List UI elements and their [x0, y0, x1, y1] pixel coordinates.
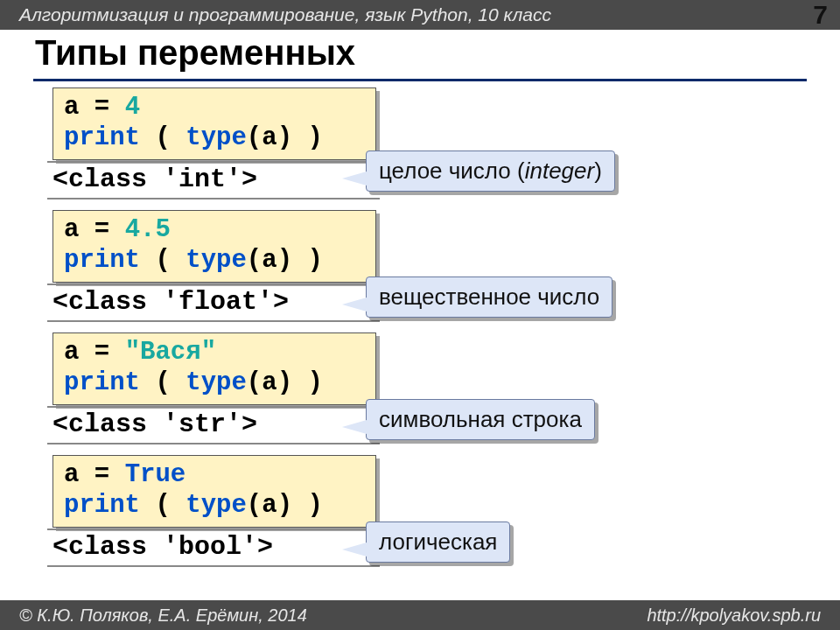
code-box-bool: a = True print ( type(a) ) — [52, 455, 376, 528]
code-token: type — [186, 368, 247, 397]
footer-copyright: © К.Ю. Поляков, Е.А. Ерёмин, 2014 — [19, 606, 307, 626]
code-token: type — [186, 123, 247, 152]
code-token: a — [64, 93, 79, 122]
code-token: type — [186, 491, 247, 520]
callout-pointer — [342, 172, 367, 186]
code-token: = — [94, 215, 109, 244]
code-token: = — [94, 338, 109, 367]
callout-pointer — [342, 298, 367, 312]
output-rule — [47, 284, 380, 285]
output-rule — [47, 443, 380, 444]
code-token: a — [64, 460, 79, 489]
callout-str: символьная строка — [366, 399, 595, 440]
code-line-print: print ( type(a) ) — [64, 245, 365, 276]
code-line-print: print ( type(a) ) — [64, 490, 365, 521]
output-str: <class 'str'> — [52, 410, 257, 439]
code-token: True — [125, 460, 186, 489]
code-token: ) — [292, 368, 323, 397]
callout-float: вещественное число — [366, 276, 612, 318]
code-box-float: a = 4.5 print ( type(a) ) — [52, 210, 376, 283]
output-int: <class 'int'> — [52, 164, 257, 194]
code-token: ( — [140, 123, 186, 152]
code-token: ( — [140, 246, 186, 275]
callout-pointer — [342, 420, 367, 434]
output-rule — [47, 320, 380, 322]
title-rule — [33, 79, 807, 81]
footer-url: http://kpolyakov.spb.ru — [647, 606, 821, 626]
callout-text: логическая — [379, 528, 497, 555]
code-token: ) — [292, 491, 323, 520]
code-token: (a) — [247, 123, 292, 152]
output-rule — [47, 528, 380, 530]
code-token: print — [64, 491, 140, 520]
code-token: ( — [140, 491, 186, 520]
output-rule — [47, 198, 380, 200]
output-float: <class 'float'> — [52, 287, 289, 317]
code-line-print: print ( type(a) ) — [64, 122, 365, 153]
code-token: print — [64, 246, 140, 275]
code-token: 4 — [125, 93, 140, 122]
code-token: "Вася" — [125, 338, 216, 367]
output-rule — [47, 161, 380, 163]
code-line-assign: a = "Вася" — [64, 337, 365, 368]
code-token: = — [94, 93, 109, 122]
output-bool: <class 'bool'> — [52, 532, 273, 562]
code-token: 4.5 — [125, 215, 171, 244]
footer-bar: © К.Ю. Поляков, Е.А. Ерёмин, 2014 http:/… — [0, 600, 840, 630]
code-token: ) — [292, 246, 323, 275]
code-token: print — [64, 123, 140, 152]
code-token: type — [186, 246, 247, 275]
header-bar: Алгоритмизация и программирование, язык … — [0, 0, 840, 30]
code-token: = — [94, 460, 109, 489]
code-line-print: print ( type(a) ) — [64, 368, 365, 398]
callout-text: вещественное число — [379, 284, 599, 310]
code-token: print — [64, 368, 140, 397]
callout-pointer — [342, 542, 367, 556]
output-rule — [47, 565, 380, 567]
code-token: (a) — [247, 246, 292, 275]
code-token: a — [64, 338, 79, 367]
slide-title: Типы переменных — [35, 33, 355, 73]
code-line-assign: a = 4.5 — [64, 214, 365, 245]
page-number: 7 — [813, 0, 828, 30]
code-box-int: a = 4 print ( type(a) ) — [52, 88, 376, 160]
code-box-str: a = "Вася" print ( type(a) ) — [52, 332, 376, 405]
callout-bool: логическая — [366, 522, 510, 563]
course-title: Алгоритмизация и программирование, язык … — [19, 4, 551, 25]
code-token: (a) — [247, 491, 292, 520]
callout-text: символьная строка — [379, 406, 582, 432]
slide: Алгоритмизация и программирование, язык … — [0, 0, 840, 630]
code-token: (a) — [247, 368, 292, 397]
callout-int: целое число (integer) — [366, 150, 615, 192]
output-rule — [47, 406, 380, 408]
code-token: a — [64, 215, 79, 244]
code-line-assign: a = 4 — [64, 92, 365, 122]
code-line-assign: a = True — [64, 459, 365, 490]
callout-italic: integer — [525, 158, 595, 184]
code-token: ) — [292, 123, 323, 152]
callout-tail: ) — [594, 158, 602, 184]
callout-text: целое число ( — [379, 158, 525, 184]
code-token: ( — [140, 368, 186, 397]
